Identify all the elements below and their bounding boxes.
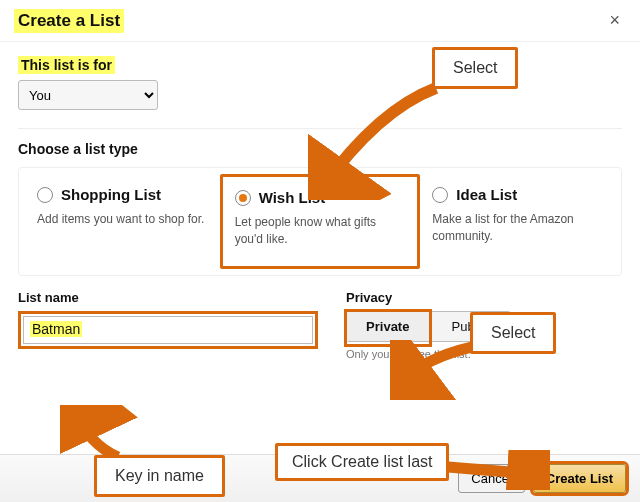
privacy-toggle: Private Public [346,311,511,342]
list-for-label: This list is for [18,56,115,74]
list-name-input[interactable]: Batman [23,316,313,344]
radio-icon[interactable] [432,187,448,203]
radio-icon[interactable] [235,190,251,206]
privacy-private-button[interactable]: Private [347,312,429,341]
choose-type-heading: Choose a list type [18,141,622,157]
card-desc: Make a list for the Amazon community. [432,211,603,245]
divider [18,128,622,129]
privacy-label: Privacy [346,290,622,305]
card-title: Idea List [456,186,517,203]
privacy-note: Only you can see this list. [346,348,622,360]
radio-icon[interactable] [37,187,53,203]
card-wish-list[interactable]: Wish List Let people know what gifts you… [220,174,421,269]
privacy-public-button[interactable]: Public [429,312,511,341]
modal-title: Create a List [14,9,124,33]
card-shopping-list[interactable]: Shopping List Add items you want to shop… [25,174,220,269]
list-for-select[interactable]: You [18,80,158,110]
card-title: Shopping List [61,186,161,203]
card-title: Wish List [259,189,326,206]
cancel-button[interactable]: Cancel [458,464,524,493]
list-type-cards: Shopping List Add items you want to shop… [18,167,622,276]
card-desc: Add items you want to shop for. [37,211,208,228]
list-name-label: List name [18,290,318,305]
card-idea-list[interactable]: Idea List Make a list for the Amazon com… [420,174,615,269]
close-icon[interactable]: × [603,8,626,33]
card-desc: Let people know what gifts you'd like. [235,214,406,248]
create-list-button[interactable]: Create List [533,464,626,493]
